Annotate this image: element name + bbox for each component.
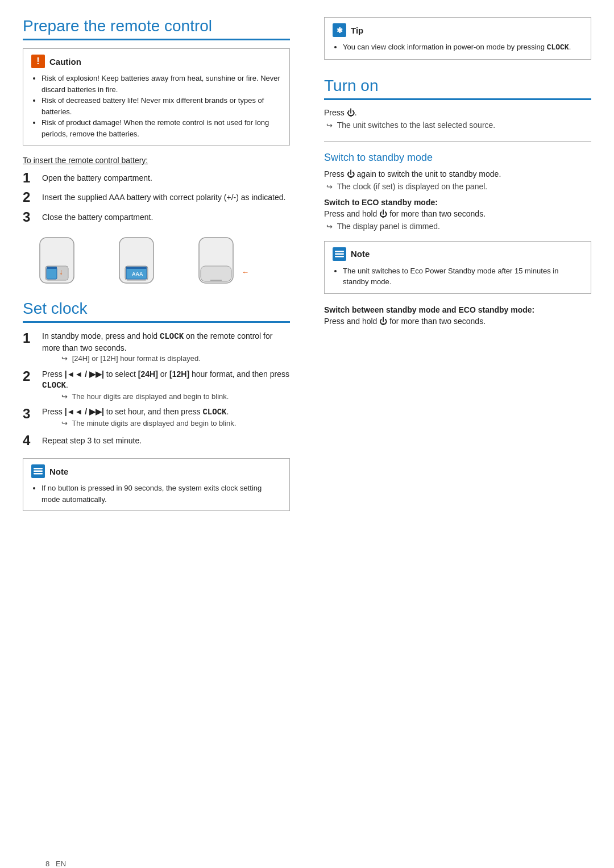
standby-note-icon <box>333 247 346 261</box>
clock-step-num-4: 4 <box>23 433 39 448</box>
standby-note-title: Note <box>351 249 370 259</box>
eco-result: ↪ The display panel is dimmed. <box>324 222 591 231</box>
svg-rect-18 <box>335 253 344 255</box>
clock-step-3: 3 Press |◄◄ / ▶▶| to set hour, and then … <box>23 406 290 429</box>
clock-step-sub-2: ↪ The hour digits are displayed and begi… <box>61 392 290 402</box>
insert-step-2: 2 Insert the supplied AAA battery with c… <box>23 190 290 205</box>
tip-item-1: You can view clock information in power-… <box>343 41 583 53</box>
turn-on-title: Turn on <box>324 77 591 100</box>
clock-step-num-3: 3 <box>23 406 39 421</box>
clock-step-text-3: Press |◄◄ / ▶▶| to set hour, and then pr… <box>42 405 229 416</box>
caution-title: Caution <box>49 57 81 67</box>
switch-standby-title: Switch to standby mode <box>324 152 591 164</box>
note-title: Note <box>49 467 68 476</box>
tip-list: You can view clock information in power-… <box>333 41 583 53</box>
tip-header: ✱ Tip <box>333 23 583 37</box>
svg-rect-2 <box>47 268 57 279</box>
divider-1 <box>324 141 591 142</box>
caution-header: ! Caution <box>31 55 281 68</box>
caution-item-1: Risk of explosion! Keep batteries away f… <box>42 73 281 95</box>
tip-title: Tip <box>351 26 363 35</box>
clock-step-sub-3: ↪ The minute digits are displayed and be… <box>61 418 236 429</box>
caution-icon: ! <box>31 55 45 68</box>
svg-rect-3 <box>47 267 57 269</box>
tip-icon: ✱ <box>333 23 346 37</box>
turn-on-press: Press ⏻. <box>324 108 591 117</box>
battery-image-1: ↓ <box>23 235 91 286</box>
svg-text:AAA: AAA <box>132 271 143 277</box>
clock-step-text-4: Repeat step 3 to set minute. <box>42 433 142 447</box>
eco-title: Switch to ECO standby mode: <box>324 198 591 207</box>
insert-battery-title: To insert the remote control battery: <box>23 156 290 165</box>
svg-rect-11 <box>201 266 231 281</box>
insert-step-3: 3 Close the battery compartment. <box>23 210 290 225</box>
caution-item-2: Risk of decreased battery life! Never mi… <box>42 95 281 117</box>
standby-note-box: Note The unit switches to Eco Power Stan… <box>324 241 591 294</box>
set-clock-section: Set clock 1 In standby mode, press and h… <box>23 300 290 511</box>
prepare-title: Prepare the remote control <box>23 17 290 40</box>
page-lang: EN <box>56 859 66 868</box>
clock-step-text-2: Press |◄◄ / ▶▶| to select [24H] or [12H]… <box>42 367 289 390</box>
step-text-1: Open the battery compartment. <box>42 171 152 184</box>
battery-image-3: ← <box>182 235 250 286</box>
clock-step-1: 1 In standby mode, press and hold CLOCK … <box>23 331 290 364</box>
step-text-2: Insert the supplied AAA battery with cor… <box>42 190 285 203</box>
svg-rect-8 <box>126 267 147 269</box>
clock-step-2: 2 Press |◄◄ / ▶▶| to select [24H] or [12… <box>23 369 290 402</box>
step-num-1: 1 <box>23 171 39 185</box>
insert-steps: 1 Open the battery compartment. 2 Insert… <box>23 171 290 225</box>
page-footer: 8 EN <box>45 859 66 868</box>
standby-note-header: Note <box>333 247 583 261</box>
page-number: 8 <box>45 859 49 868</box>
battery-image-2: AAA <box>102 235 171 286</box>
switch-between-section: Switch between standby mode and ECO stan… <box>324 305 591 326</box>
note-icon <box>31 464 45 478</box>
set-clock-title: Set clock <box>23 300 290 323</box>
clock-step-4: 4 Repeat step 3 to set minute. <box>23 433 290 448</box>
step-num-3: 3 <box>23 210 39 225</box>
standby-note-list: The unit switches to Eco Power Standby m… <box>333 265 583 288</box>
svg-rect-14 <box>34 468 43 470</box>
switch-standby-result: ↪ The clock (if set) is displayed on the… <box>324 182 591 191</box>
step-text-3: Close the battery compartment. <box>42 210 153 223</box>
note-header: Note <box>31 464 281 478</box>
svg-text:↓: ↓ <box>59 267 63 276</box>
clock-step-num-1: 1 <box>23 331 39 346</box>
turn-on-result: ↪ The unit switches to the last selected… <box>324 121 591 130</box>
caution-box: ! Caution Risk of explosion! Keep batter… <box>23 48 290 146</box>
svg-text:←: ← <box>242 268 249 276</box>
note-item-1: If no button is pressed in 90 seconds, t… <box>42 483 281 505</box>
caution-list: Risk of explosion! Keep batteries away f… <box>31 73 281 139</box>
caution-item-3: Risk of product damage! When the remote … <box>42 117 281 139</box>
switch-standby-press: Press ⏻ again to switch the unit to stan… <box>324 169 591 178</box>
clock-step-text-1: In standby mode, press and hold CLOCK on… <box>42 329 272 352</box>
battery-images: ↓ AAA <box>23 235 290 286</box>
switch-standby-section: Switch to standby mode Press ⏻ again to … <box>324 152 591 231</box>
step-num-2: 2 <box>23 190 39 205</box>
switch-between-title: Switch between standby mode and ECO stan… <box>324 305 591 314</box>
switch-between-text: Press and hold ⏻ for more than two secon… <box>324 317 591 326</box>
right-column: ✱ Tip You can view clock information in … <box>318 17 591 511</box>
eco-press: Press and hold ⏻ for more than two secon… <box>324 209 591 218</box>
svg-rect-16 <box>34 473 43 475</box>
svg-rect-15 <box>34 471 43 472</box>
svg-rect-17 <box>335 251 344 252</box>
turn-on-section: Turn on Press ⏻. ↪ The unit switches to … <box>324 77 591 130</box>
clock-step-sub-1: ↪ [24H] or [12H] hour format is displaye… <box>61 354 290 364</box>
svg-rect-19 <box>335 256 344 258</box>
standby-note-item-1: The unit switches to Eco Power Standby m… <box>343 265 583 288</box>
tip-box: ✱ Tip You can view clock information in … <box>324 17 591 60</box>
clock-steps: 1 In standby mode, press and hold CLOCK … <box>23 331 290 448</box>
set-clock-note-box: Note If no button is pressed in 90 secon… <box>23 458 290 511</box>
note-list: If no button is pressed in 90 seconds, t… <box>31 483 281 505</box>
insert-step-1: 1 Open the battery compartment. <box>23 171 290 185</box>
clock-step-num-2: 2 <box>23 369 39 384</box>
left-column: Prepare the remote control ! Caution Ris… <box>23 17 296 511</box>
